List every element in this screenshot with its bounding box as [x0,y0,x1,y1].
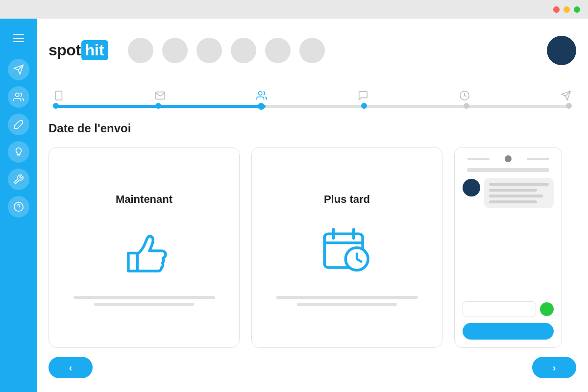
svg-rect-6 [56,91,62,100]
phone-camera [505,155,512,162]
phone-input-area [463,301,554,317]
nav-circle-3[interactable] [196,38,222,63]
option-card-now[interactable]: Maintenant [49,147,240,348]
users-icon [13,92,24,102]
contact-icon [155,90,166,101]
option-card-now-lines [61,296,227,306]
phone-message-bubble [484,178,554,208]
svg-point-4 [14,202,23,211]
card-line [297,303,397,306]
stepper-dots [53,103,571,110]
option-card-later-lines [264,296,430,306]
svg-point-2 [15,93,19,97]
sidebar-item-send[interactable] [8,59,29,80]
step-chat[interactable] [358,90,368,101]
logo-hit: hit [81,40,108,60]
send-icon [13,64,24,75]
cards-area: Maintenant Plus tard [49,147,576,348]
lightbulb-icon [13,147,24,157]
top-header: spot hit [37,19,588,82]
stepper-icons [49,90,576,101]
nav-circle-6[interactable] [299,38,325,63]
page-content: Date de l'envoi Maintenant [37,108,588,392]
stepper-track [53,105,571,108]
phone-send-button[interactable] [463,323,554,340]
page-title: Date de l'envoi [49,122,576,135]
stepper-dot-2[interactable] [155,103,161,109]
step-contact[interactable] [155,90,166,101]
step-audience[interactable] [256,90,267,101]
phone-send-circle[interactable] [540,302,554,316]
header-nav-circles [128,38,325,63]
back-button[interactable]: ‹ [49,357,93,378]
svg-point-8 [259,92,262,95]
card-line [276,296,418,299]
bubble-line [489,183,549,186]
stepper [37,82,588,108]
sidebar-item-ideas[interactable] [8,141,29,163]
bubble-line [489,195,543,197]
logo: spot hit [49,40,108,60]
hammer-icon [13,174,24,185]
stepper-dot-1[interactable] [53,103,59,109]
mobile-icon [53,90,64,101]
stepper-dot-3[interactable] [258,103,265,110]
audience-icon [256,90,267,101]
sidebar-item-design[interactable] [8,114,29,135]
svg-line-3 [21,120,23,122]
send-final-icon [561,90,571,101]
next-button[interactable]: › [532,357,576,378]
clock-icon [459,90,470,101]
chat-icon [358,90,368,101]
calendar-clock-icon [318,221,376,280]
title-bar [0,0,588,19]
phone-header-line [467,168,549,172]
thumbsup-icon [115,221,173,280]
nav-circle-2[interactable] [162,38,188,63]
menu-toggle-button[interactable] [9,28,28,48]
phone-contact-avatar [463,179,480,196]
help-circle-icon [13,201,24,212]
logo-spot: spot [49,41,81,59]
phone-message-input[interactable] [463,301,536,317]
option-card-now-title: Maintenant [116,193,172,206]
nav-buttons: ‹ › [49,348,576,378]
app-shell: spot hit [0,19,588,392]
option-card-later[interactable]: Plus tard [251,147,442,348]
phone-speaker-right [527,158,549,160]
stepper-dot-6[interactable] [566,103,572,109]
sidebar-item-tools[interactable] [8,169,29,190]
phone-speaker-left [467,158,490,160]
nav-circle-1[interactable] [128,38,153,63]
nav-circle-5[interactable] [265,38,291,63]
maximize-button[interactable] [574,6,580,13]
stepper-dot-5[interactable] [464,103,469,109]
main-content: spot hit [37,19,588,392]
brush-icon [13,119,24,130]
card-line [74,296,215,299]
card-line [94,303,194,306]
phone-preview-panel [454,147,562,348]
stepper-dot-4[interactable] [361,103,367,109]
nav-circle-4[interactable] [231,38,256,63]
minimize-button[interactable] [564,6,570,13]
step-mobile[interactable] [53,90,64,101]
bubble-line [489,200,537,203]
step-schedule[interactable] [459,90,470,101]
close-button[interactable] [553,6,560,13]
user-avatar[interactable] [547,36,576,65]
sidebar-item-contacts[interactable] [8,86,29,108]
step-send[interactable] [561,90,571,101]
sidebar [0,19,37,392]
phone-top [463,155,554,162]
phone-message-area [463,178,554,208]
bubble-line [489,189,537,192]
sidebar-item-help[interactable] [8,196,29,218]
option-card-later-title: Plus tard [324,193,370,206]
